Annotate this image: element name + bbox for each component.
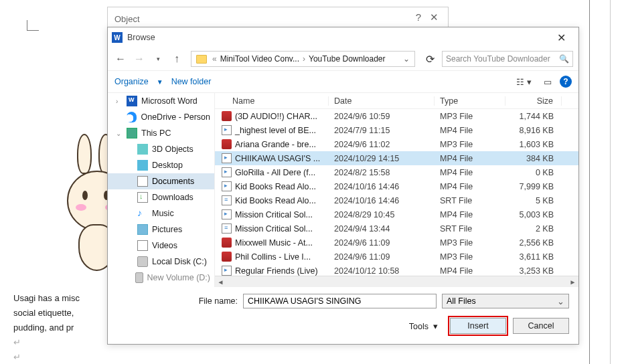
chevron-down-icon: ⌄	[557, 296, 564, 306]
file-row[interactable]: GloRilla - All Dere (f...2024/8/2 15:58M…	[215, 165, 578, 179]
tree-item[interactable]: ♪Music	[108, 205, 214, 221]
tree-item[interactable]: 3D Objects	[108, 141, 214, 157]
file-type: MP4 File	[435, 266, 505, 276]
breadcrumb-seg-2[interactable]: YouTube Downloader	[309, 54, 386, 64]
tree-item[interactable]: ›OneDrive - Person	[108, 109, 214, 125]
file-row[interactable]: Phil Collins - Live I...2024/9/6 11:09MP…	[215, 250, 578, 264]
file-list-header[interactable]: Name Date Type Size	[215, 93, 578, 109]
file-size: 8,916 KB	[505, 126, 562, 135]
close-button[interactable]: ✕	[548, 31, 574, 44]
doc-corner-mark	[27, 20, 39, 31]
cube-icon	[137, 144, 148, 155]
folder-tree[interactable]: ›Microsoft Word›OneDrive - Person⌄This P…	[108, 93, 215, 287]
column-type[interactable]: Type	[435, 96, 505, 106]
horizontal-scrollbar[interactable]: ◄ ►	[215, 276, 578, 287]
file-type: SRT File	[435, 224, 505, 234]
file-row[interactable]: Mission Critical Sol...2024/9/4 13:44SRT…	[215, 221, 578, 236]
back-button[interactable]: ←	[113, 52, 128, 66]
breadcrumb-dropdown-icon[interactable]: ⌄	[401, 54, 412, 64]
tree-item[interactable]: ⌄This PC	[108, 125, 214, 141]
file-type: MP3 File	[435, 238, 505, 248]
column-size[interactable]: Size	[505, 96, 562, 106]
new-folder-button[interactable]: New folder	[171, 77, 212, 86]
search-placeholder: Search YouTube Downloader	[446, 54, 550, 64]
word-app-icon	[112, 32, 123, 43]
file-type: MP4 File	[435, 168, 505, 177]
navigation-bar: ← → ▾ ↑ « MiniTool Video Conv... › YouTu…	[108, 48, 578, 70]
tree-item[interactable]: >New Volume (D:)	[108, 270, 214, 286]
search-input[interactable]: Search YouTube Downloader 🔍	[442, 51, 573, 67]
breadcrumb-seg-1[interactable]: MiniTool Video Conv...	[220, 54, 299, 64]
file-name: Mission Critical Sol...	[235, 210, 313, 219]
insert-button[interactable]: Insert	[450, 318, 506, 334]
file-date: 2024/7/9 11:15	[329, 126, 435, 135]
file-size: 5,003 KB	[505, 210, 562, 219]
mp4-file-icon	[222, 167, 232, 177]
file-row[interactable]: Kid Books Read Alo...2024/10/16 14:46SRT…	[215, 193, 578, 207]
tree-item[interactable]: ›Microsoft Word	[108, 93, 214, 109]
scroll-left-icon[interactable]: ◄	[215, 276, 226, 288]
file-row[interactable]: CHIIKAWA USAGI'S ...2024/10/29 14:15MP4 …	[215, 151, 578, 165]
file-name: Ariana Grande - bre...	[235, 140, 316, 149]
file-size: 0 KB	[505, 168, 562, 177]
file-size: 7,999 KB	[505, 182, 562, 191]
tree-item[interactable]: Local Disk (C:)	[108, 254, 214, 270]
close-icon[interactable]: ✕	[430, 11, 439, 23]
scroll-right-icon[interactable]: ►	[567, 276, 578, 288]
refresh-button[interactable]: ⟳	[422, 51, 438, 67]
mp4-file-icon	[222, 125, 232, 135]
help-button[interactable]: ?	[560, 76, 572, 88]
file-type: MP4 File	[435, 126, 505, 135]
tools-dropdown[interactable]: Tools ▾	[409, 321, 438, 331]
cloud-icon	[127, 112, 137, 122]
file-name: Regular Friends (Live)	[235, 266, 318, 276]
srt-file-icon	[222, 223, 232, 234]
cancel-button[interactable]: Cancel	[513, 318, 569, 334]
tree-item[interactable]: Desktop	[108, 157, 214, 173]
file-row[interactable]: Mission Critical Sol...2024/8/29 10:45MP…	[215, 207, 578, 221]
file-type: MP3 File	[435, 140, 505, 149]
organize-button[interactable]: Organize	[114, 77, 149, 86]
file-row[interactable]: (3D AUDIO!!) CHAR...2024/9/6 10:59MP3 Fi…	[215, 109, 578, 123]
file-row[interactable]: Ariana Grande - bre...2024/9/6 11:02MP3 …	[215, 137, 578, 151]
file-name: Mixxwell Music - At...	[235, 238, 313, 248]
file-type-filter[interactable]: All Files ⌄	[442, 294, 569, 308]
pic-icon	[137, 224, 148, 235]
file-name-input[interactable]	[243, 294, 437, 308]
chevron-down-icon[interactable]: ▼	[157, 78, 163, 86]
column-name[interactable]: Name	[215, 96, 329, 106]
view-mode-button[interactable]: ☷ ▾	[516, 77, 532, 87]
dialog-title: Browse	[127, 33, 155, 42]
tree-item[interactable]: Documents	[108, 173, 214, 189]
file-row[interactable]: _highest level of BE...2024/7/9 11:15MP4…	[215, 123, 578, 137]
file-size: 1,744 KB	[505, 112, 562, 121]
file-row[interactable]: Kid Books Read Alo...2024/10/16 14:46MP4…	[215, 179, 578, 193]
file-size: 1,603 KB	[505, 140, 562, 149]
dialog-footer: File name: All Files ⌄ Tools ▾ Insert Ca…	[108, 287, 578, 341]
mp3-file-icon	[222, 238, 232, 248]
file-size: 2 KB	[505, 224, 562, 234]
file-name: (3D AUDIO!!) CHAR...	[235, 112, 317, 121]
file-row[interactable]: Regular Friends (Live)2024/10/12 10:58MP…	[215, 264, 578, 276]
tree-item-label: Music	[152, 209, 174, 218]
mp4-file-icon	[222, 181, 232, 191]
preview-pane-button[interactable]: ▭	[544, 77, 552, 87]
file-row[interactable]: Mixxwell Music - At...2024/9/6 11:09MP3 …	[215, 236, 578, 250]
file-type: MP4 File	[435, 182, 505, 191]
file-date: 2024/9/6 10:59	[329, 112, 435, 121]
tree-item[interactable]: Downloads	[108, 189, 214, 205]
file-name: GloRilla - All Dere (f...	[235, 168, 315, 177]
help-icon[interactable]: ?	[416, 11, 421, 23]
search-icon[interactable]: 🔍	[559, 54, 569, 64]
up-button[interactable]: ↑	[169, 52, 184, 66]
doc-icon	[137, 176, 148, 187]
column-date[interactable]: Date	[329, 96, 435, 106]
file-date: 2024/8/29 10:45	[329, 210, 435, 219]
recent-dropdown[interactable]: ▾	[151, 52, 165, 66]
breadcrumb[interactable]: « MiniTool Video Conv... › YouTube Downl…	[191, 51, 415, 67]
forward-button[interactable]: →	[132, 52, 147, 66]
file-name: _highest level of BE...	[235, 126, 316, 135]
tree-item[interactable]: Pictures	[108, 221, 214, 238]
tree-item[interactable]: Videos	[108, 238, 214, 254]
file-date: 2024/9/4 13:44	[329, 224, 435, 234]
